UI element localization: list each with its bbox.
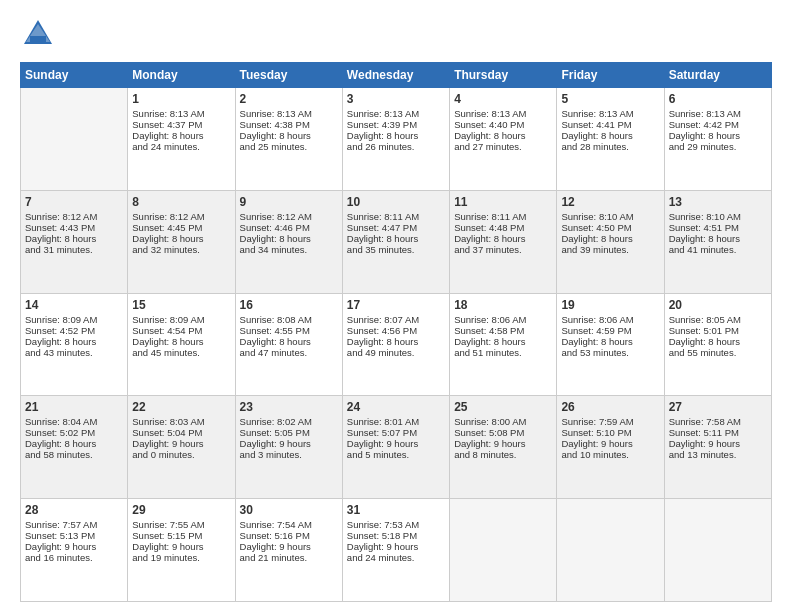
day-info-line: and 13 minutes. [669, 449, 767, 460]
calendar-day: 27Sunrise: 7:58 AMSunset: 5:11 PMDayligh… [664, 396, 771, 499]
day-info-line: Sunrise: 7:59 AM [561, 416, 659, 427]
day-info-line: Sunrise: 7:54 AM [240, 519, 338, 530]
calendar-day: 9Sunrise: 8:12 AMSunset: 4:46 PMDaylight… [235, 190, 342, 293]
day-number: 24 [347, 400, 445, 414]
day-info-line: Sunrise: 8:04 AM [25, 416, 123, 427]
day-info-line: Sunset: 4:50 PM [561, 222, 659, 233]
calendar-day: 5Sunrise: 8:13 AMSunset: 4:41 PMDaylight… [557, 88, 664, 191]
day-info-line: Daylight: 9 hours [669, 438, 767, 449]
day-info-line: and 51 minutes. [454, 347, 552, 358]
calendar-day: 17Sunrise: 8:07 AMSunset: 4:56 PMDayligh… [342, 293, 449, 396]
week-row: 14Sunrise: 8:09 AMSunset: 4:52 PMDayligh… [21, 293, 772, 396]
day-info-line: and 27 minutes. [454, 141, 552, 152]
day-number: 31 [347, 503, 445, 517]
day-info-line: Daylight: 9 hours [454, 438, 552, 449]
day-number: 17 [347, 298, 445, 312]
day-info-line: Sunrise: 8:02 AM [240, 416, 338, 427]
day-info-line: Sunset: 5:08 PM [454, 427, 552, 438]
svg-rect-2 [30, 36, 46, 44]
day-info-line: and 41 minutes. [669, 244, 767, 255]
day-info-line: and 39 minutes. [561, 244, 659, 255]
calendar-day: 1Sunrise: 8:13 AMSunset: 4:37 PMDaylight… [128, 88, 235, 191]
day-header: Tuesday [235, 63, 342, 88]
page: SundayMondayTuesdayWednesdayThursdayFrid… [0, 0, 792, 612]
day-number: 8 [132, 195, 230, 209]
day-info-line: Sunrise: 7:57 AM [25, 519, 123, 530]
day-number: 15 [132, 298, 230, 312]
day-info-line: Sunset: 5:10 PM [561, 427, 659, 438]
calendar-empty [557, 499, 664, 602]
day-info-line: Daylight: 8 hours [454, 336, 552, 347]
day-info-line: Daylight: 8 hours [347, 233, 445, 244]
day-info-line: Daylight: 9 hours [132, 541, 230, 552]
day-info-line: Sunset: 4:42 PM [669, 119, 767, 130]
day-info-line: Sunset: 4:47 PM [347, 222, 445, 233]
day-number: 13 [669, 195, 767, 209]
day-info-line: and 3 minutes. [240, 449, 338, 460]
day-info-line: and 28 minutes. [561, 141, 659, 152]
day-info-line: Sunrise: 8:00 AM [454, 416, 552, 427]
calendar-day: 25Sunrise: 8:00 AMSunset: 5:08 PMDayligh… [450, 396, 557, 499]
day-number: 1 [132, 92, 230, 106]
day-number: 16 [240, 298, 338, 312]
day-header: Saturday [664, 63, 771, 88]
day-info-line: Sunset: 4:55 PM [240, 325, 338, 336]
day-info-line: Daylight: 8 hours [240, 336, 338, 347]
day-number: 9 [240, 195, 338, 209]
day-info-line: and 21 minutes. [240, 552, 338, 563]
day-number: 14 [25, 298, 123, 312]
day-info-line: Daylight: 8 hours [132, 336, 230, 347]
day-info-line: Sunrise: 7:53 AM [347, 519, 445, 530]
day-number: 22 [132, 400, 230, 414]
day-info-line: Daylight: 8 hours [669, 233, 767, 244]
day-info-line: Daylight: 8 hours [561, 336, 659, 347]
day-info-line: Sunrise: 8:09 AM [25, 314, 123, 325]
day-number: 30 [240, 503, 338, 517]
calendar-empty [664, 499, 771, 602]
day-info-line: Daylight: 8 hours [669, 336, 767, 347]
week-row: 1Sunrise: 8:13 AMSunset: 4:37 PMDaylight… [21, 88, 772, 191]
day-number: 18 [454, 298, 552, 312]
day-info-line: Sunset: 4:41 PM [561, 119, 659, 130]
day-info-line: Daylight: 9 hours [132, 438, 230, 449]
day-info-line: Sunset: 4:56 PM [347, 325, 445, 336]
calendar-day: 26Sunrise: 7:59 AMSunset: 5:10 PMDayligh… [557, 396, 664, 499]
day-number: 7 [25, 195, 123, 209]
day-info-line: Sunset: 4:48 PM [454, 222, 552, 233]
calendar-day: 8Sunrise: 8:12 AMSunset: 4:45 PMDaylight… [128, 190, 235, 293]
day-info-line: and 25 minutes. [240, 141, 338, 152]
day-info-line: Daylight: 8 hours [347, 336, 445, 347]
day-info-line: Daylight: 8 hours [240, 130, 338, 141]
day-number: 11 [454, 195, 552, 209]
calendar-day: 14Sunrise: 8:09 AMSunset: 4:52 PMDayligh… [21, 293, 128, 396]
day-info-line: Sunrise: 7:58 AM [669, 416, 767, 427]
day-info-line: Daylight: 9 hours [561, 438, 659, 449]
calendar-day: 23Sunrise: 8:02 AMSunset: 5:05 PMDayligh… [235, 396, 342, 499]
week-row: 7Sunrise: 8:12 AMSunset: 4:43 PMDaylight… [21, 190, 772, 293]
day-info-line: Sunrise: 8:05 AM [669, 314, 767, 325]
calendar-day: 31Sunrise: 7:53 AMSunset: 5:18 PMDayligh… [342, 499, 449, 602]
day-info-line: Daylight: 8 hours [561, 130, 659, 141]
calendar-day: 28Sunrise: 7:57 AMSunset: 5:13 PMDayligh… [21, 499, 128, 602]
day-header: Sunday [21, 63, 128, 88]
day-info-line: Sunrise: 8:13 AM [454, 108, 552, 119]
day-info-line: Sunrise: 8:12 AM [132, 211, 230, 222]
calendar-day: 6Sunrise: 8:13 AMSunset: 4:42 PMDaylight… [664, 88, 771, 191]
day-number: 5 [561, 92, 659, 106]
day-number: 26 [561, 400, 659, 414]
day-info-line: Sunset: 4:38 PM [240, 119, 338, 130]
calendar-day: 4Sunrise: 8:13 AMSunset: 4:40 PMDaylight… [450, 88, 557, 191]
calendar-day: 7Sunrise: 8:12 AMSunset: 4:43 PMDaylight… [21, 190, 128, 293]
day-info-line: Sunrise: 8:13 AM [669, 108, 767, 119]
calendar-day: 10Sunrise: 8:11 AMSunset: 4:47 PMDayligh… [342, 190, 449, 293]
day-info-line: Daylight: 8 hours [454, 130, 552, 141]
header [20, 16, 772, 52]
day-info-line: and 53 minutes. [561, 347, 659, 358]
day-number: 19 [561, 298, 659, 312]
calendar-day: 19Sunrise: 8:06 AMSunset: 4:59 PMDayligh… [557, 293, 664, 396]
day-info-line: Sunrise: 8:11 AM [454, 211, 552, 222]
day-info-line: Sunset: 4:51 PM [669, 222, 767, 233]
day-info-line: Daylight: 8 hours [132, 130, 230, 141]
day-info-line: Sunrise: 8:03 AM [132, 416, 230, 427]
week-row: 28Sunrise: 7:57 AMSunset: 5:13 PMDayligh… [21, 499, 772, 602]
